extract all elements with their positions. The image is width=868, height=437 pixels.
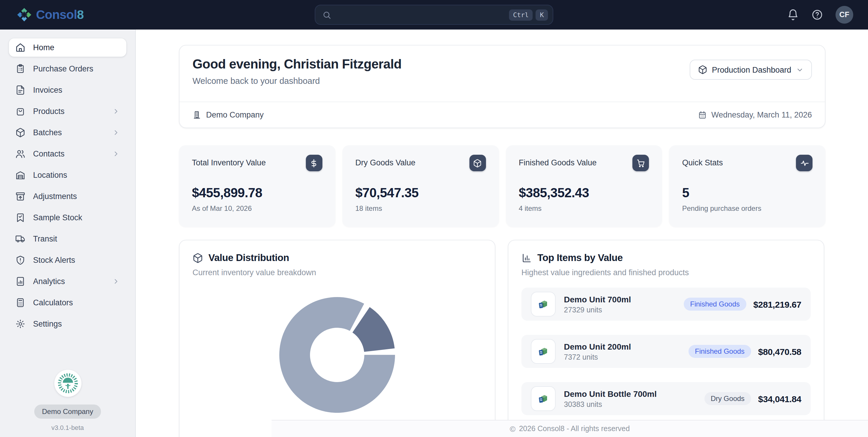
bookmark-check-icon — [16, 213, 25, 223]
sidebar-item-stock-alerts[interactable]: Stock Alerts — [9, 251, 126, 269]
top-items-list: Demo Unit 700ml 27329 units Finished Goo… — [521, 288, 811, 415]
sidebar-item-sample-stock[interactable]: Sample Stock — [9, 209, 126, 227]
stat-value: $385,352.43 — [519, 185, 649, 201]
sidebar-item-label: Adjustments — [33, 192, 77, 201]
stat-value: 5 — [682, 185, 813, 201]
category-badge: Finished Goods — [683, 298, 746, 311]
stat-title: Quick Stats — [682, 145, 813, 167]
page-footer: © 2026 Consol8 - All rights reserved — [272, 420, 868, 437]
sidebar-nav: Home Purchase Orders Invoices Products B… — [0, 30, 135, 333]
copyright-icon: © — [510, 425, 516, 433]
chevron-right-icon — [112, 129, 120, 136]
sidebar-item-invoices[interactable]: Invoices — [9, 81, 126, 99]
dashboard-selector[interactable]: Production Dashboard — [689, 60, 812, 80]
item-name: Demo Unit 200ml — [564, 342, 631, 351]
package-icon — [469, 155, 486, 171]
chevron-right-icon — [112, 278, 120, 285]
sidebar-item-adjustments[interactable]: Adjustments — [9, 187, 126, 206]
product-box-icon — [531, 386, 556, 411]
help-icon[interactable] — [811, 9, 823, 21]
sidebar-item-label: Home — [33, 43, 54, 52]
item-units: 7372 units — [564, 353, 631, 361]
item-units: 27329 units — [564, 306, 631, 314]
app-root: Consol8 Ctrl K CF — [0, 0, 868, 437]
global-search[interactable]: Ctrl K — [315, 5, 553, 25]
sidebar-item-label: Sample Stock — [33, 213, 82, 222]
current-date: Wednesday, March 11, 2026 — [711, 111, 812, 119]
top-items-subtitle: Highest value ingredients and finished p… — [521, 268, 811, 277]
sidebar-item-settings[interactable]: Settings — [9, 315, 126, 333]
file-text-icon — [16, 85, 25, 95]
truck-icon — [16, 234, 25, 244]
search-input[interactable] — [337, 10, 509, 20]
chevron-down-icon — [796, 66, 804, 73]
home-icon — [16, 42, 25, 53]
list-item[interactable]: Demo Unit 700ml 27329 units Finished Goo… — [521, 288, 811, 321]
file-chart-icon — [16, 276, 25, 286]
notifications-bell-icon[interactable] — [787, 9, 799, 21]
package-icon — [698, 65, 707, 74]
top-items-title: Top Items by Value — [537, 252, 623, 263]
kbd-k: K — [536, 9, 548, 20]
sunburst-icon — [56, 371, 80, 395]
sidebar-item-label: Batches — [33, 128, 62, 137]
clipboard-list-icon — [16, 64, 25, 74]
sidebar-item-contacts[interactable]: Contacts — [9, 145, 126, 163]
category-badge: Dry Goods — [704, 392, 751, 405]
list-item[interactable]: Demo Unit 200ml 7372 units Finished Good… — [521, 335, 811, 368]
product-box-icon — [531, 339, 556, 364]
stats-row: Total Inventory Value $455,899.78 As of … — [179, 145, 826, 227]
sidebar-item-label: Analytics — [33, 277, 65, 286]
package-icon — [16, 128, 25, 137]
sidebar-item-calculators[interactable]: Calculators — [9, 293, 126, 312]
company-meta: Demo Company — [192, 111, 264, 119]
sidebar-footer: Demo Company v3.0.1-beta — [0, 370, 135, 431]
stat-value: $70,547.35 — [355, 185, 486, 201]
stat-caption: 18 items — [355, 204, 486, 213]
item-name: Demo Unit 700ml — [564, 294, 631, 304]
brand-logo[interactable]: Consol8 — [0, 7, 84, 23]
topbar-actions: CF — [787, 6, 868, 24]
sidebar-item-label: Stock Alerts — [33, 256, 75, 264]
value-distribution-card: Value Distribution Current inventory val… — [179, 240, 495, 437]
sidebar-item-label: Purchase Orders — [33, 64, 93, 73]
sidebar-item-analytics[interactable]: Analytics — [9, 272, 126, 290]
users-icon — [16, 149, 25, 159]
calendar-icon — [698, 111, 707, 119]
sidebar-item-batches[interactable]: Batches — [9, 123, 126, 142]
stat-card-finished-goods: Finished Goods Value $385,352.43 4 items — [506, 145, 662, 227]
stat-caption: 4 items — [519, 204, 649, 213]
gear-icon — [16, 319, 25, 329]
item-units: 30383 units — [564, 400, 657, 408]
date-meta: Wednesday, March 11, 2026 — [698, 111, 812, 119]
sidebar-item-purchase-orders[interactable]: Purchase Orders — [9, 60, 126, 78]
sidebar-item-label: Transit — [33, 235, 57, 243]
search-icon — [322, 10, 331, 19]
org-name-pill[interactable]: Demo Company — [34, 405, 101, 419]
bar-chart-icon — [521, 252, 532, 263]
brand-cubes-icon — [17, 7, 32, 23]
stat-caption: Pending purchase orders — [682, 204, 813, 213]
sidebar-item-transit[interactable]: Transit — [9, 230, 126, 248]
stat-card-dry-goods: Dry Goods Value $70,547.35 18 items — [342, 145, 499, 227]
stat-card-quick-stats: Quick Stats 5 Pending purchase orders — [669, 145, 826, 227]
sidebar-item-label: Invoices — [33, 86, 62, 94]
item-value: $34,041.84 — [758, 394, 801, 404]
list-item[interactable]: Demo Unit Bottle 700ml 30383 units Dry G… — [521, 382, 811, 415]
category-badge: Finished Goods — [688, 345, 751, 358]
welcome-card: Good evening, Christian Fitzgerald Welco… — [179, 45, 826, 128]
company-name: Demo Company — [206, 111, 264, 119]
kbd-ctrl: Ctrl — [509, 9, 533, 20]
user-avatar[interactable]: CF — [836, 6, 853, 24]
sidebar-item-home[interactable]: Home — [9, 38, 126, 57]
sidebar-item-products[interactable]: Products — [9, 102, 126, 121]
main-content: Good evening, Christian Fitzgerald Welco… — [136, 30, 868, 437]
sidebar-item-label: Products — [33, 107, 65, 116]
stat-value: $455,899.78 — [192, 185, 322, 201]
sidebar-item-locations[interactable]: Locations — [9, 166, 126, 184]
product-box-icon — [531, 292, 556, 316]
item-value: $281,219.67 — [753, 299, 801, 309]
chevron-right-icon — [112, 150, 120, 158]
donut-chart — [278, 296, 396, 414]
cart-icon — [633, 155, 649, 171]
